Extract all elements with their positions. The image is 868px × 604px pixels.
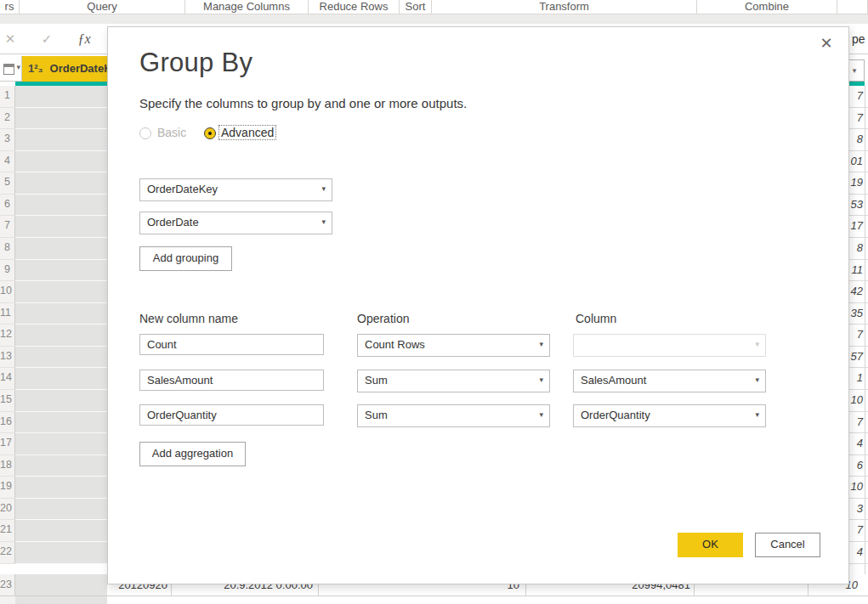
agg-operation-dropdown-3[interactable]: Sum ▾ [357, 404, 550, 427]
right-column-cell[interactable]: 10 [849, 477, 868, 499]
formula-check-icon[interactable]: ✓ [38, 24, 55, 54]
agg-name-input-1[interactable]: Count [139, 334, 324, 355]
ok-button[interactable]: OK [678, 533, 743, 557]
grid-cell[interactable] [15, 368, 107, 390]
add-grouping-button[interactable]: Add grouping [139, 246, 232, 271]
grid-cell[interactable] [15, 195, 107, 217]
grid-cell[interactable] [15, 499, 107, 521]
row-number-cell[interactable]: 1 [0, 86, 15, 108]
row-number-cell[interactable]: 21 [0, 520, 15, 542]
grid-cell[interactable] [15, 172, 107, 195]
row-number-cell[interactable]: 4 [0, 151, 15, 173]
row-number-cell[interactable]: 23 [0, 574, 15, 596]
grid-cell[interactable] [15, 433, 107, 455]
agg-operation-dropdown-1[interactable]: Count Rows ▾ [357, 334, 550, 357]
grid-cell[interactable] [15, 477, 107, 499]
row-number-cell[interactable]: 18 [0, 455, 15, 477]
row-number-cell[interactable]: 11 [0, 303, 15, 325]
column-header-orderdatekey[interactable]: 1²₃OrderDateKey [22, 56, 107, 82]
right-column-cell[interactable]: 8 [849, 129, 868, 151]
row-number-cell[interactable]: 20 [0, 499, 15, 521]
grid-cell[interactable] [15, 455, 107, 477]
right-column-cell[interactable]: 6 [849, 455, 868, 477]
right-column-cell[interactable]: 4 [849, 542, 868, 564]
row-number-cell[interactable]: 8 [0, 238, 15, 260]
right-column-cell[interactable]: 8 [849, 238, 868, 260]
right-column-cell[interactable]: 7 [849, 86, 868, 108]
chevron-down-icon: ▾ [539, 405, 543, 425]
grid-cell[interactable] [15, 260, 107, 282]
basic-radio[interactable] [139, 127, 151, 139]
right-column-cell[interactable]: 1 [849, 368, 868, 390]
add-aggregation-button[interactable]: Add aggregation [139, 442, 246, 466]
advanced-radio[interactable] [204, 127, 216, 139]
agg-name-input-2[interactable]: SalesAmount [139, 370, 324, 391]
formula-text-fragment[interactable]: pe [852, 24, 865, 54]
row-number-cell[interactable]: 14 [0, 368, 15, 390]
right-column-cell[interactable]: 7 [849, 520, 868, 542]
right-column-cell[interactable]: 3 [849, 499, 868, 521]
grid-cell[interactable] [15, 108, 107, 130]
grid-cell[interactable] [15, 412, 107, 434]
grouping-column-dropdown-1[interactable]: OrderDateKey ▾ [139, 178, 332, 201]
right-column-cell[interactable]: 10 [849, 390, 868, 412]
grid-cell[interactable] [15, 151, 107, 173]
agg-name-input-3[interactable]: OrderQuantity [139, 404, 324, 426]
row-number-cell[interactable]: 19 [0, 477, 15, 499]
select-all-corner-cell[interactable]: ▾ [0, 56, 22, 82]
grid-cell[interactable] [15, 281, 107, 303]
header-operation: Operation [357, 312, 409, 325]
right-column-cell[interactable]: 7 [849, 412, 868, 434]
grid-cell[interactable] [15, 216, 107, 238]
grid-cell[interactable] [15, 86, 107, 108]
table-icon [3, 64, 14, 75]
right-column-cell[interactable]: 57 [849, 347, 868, 369]
right-column-cell[interactable]: 01 [849, 151, 868, 173]
grid-cell[interactable] [15, 542, 107, 564]
dropdown-value: Sum [365, 374, 388, 387]
cancel-button[interactable]: Cancel [755, 533, 820, 557]
row-number-cell[interactable]: 5 [0, 172, 15, 195]
grid-cell[interactable] [15, 303, 107, 325]
right-column-cell[interactable]: 7 [849, 325, 868, 347]
basic-radio-label[interactable]: Basic [157, 126, 186, 139]
row-number-cell[interactable]: 9 [0, 260, 15, 282]
grid-cell[interactable] [15, 596, 107, 604]
row-number-cell[interactable]: 10 [0, 281, 15, 303]
row-number-cell[interactable] [0, 596, 16, 604]
right-column-cell[interactable]: 35 [849, 303, 868, 325]
agg-column-dropdown-3[interactable]: OrderQuantity ▾ [573, 404, 766, 427]
right-column-cell[interactable]: 4 [849, 433, 868, 455]
advanced-radio-label[interactable]: Advanced [219, 126, 275, 139]
right-column-cell[interactable]: 7 [849, 108, 868, 130]
table-row[interactable] [0, 596, 868, 604]
grid-cell[interactable] [15, 325, 107, 347]
grouping-column-dropdown-2[interactable]: OrderDate ▾ [139, 212, 332, 234]
right-column-cell[interactable]: 42 [849, 281, 868, 303]
right-column-cell[interactable]: 53 [849, 195, 868, 217]
row-number-cell[interactable]: 7 [0, 216, 15, 238]
grid-cell[interactable] [15, 129, 107, 151]
grid-cell[interactable] [15, 390, 107, 412]
header-new-column-name: New column name [139, 312, 238, 325]
row-number-cell[interactable]: 12 [0, 325, 15, 347]
agg-operation-dropdown-2[interactable]: Sum ▾ [357, 370, 550, 392]
row-number-cell[interactable]: 3 [0, 129, 15, 151]
formula-cancel-icon[interactable]: ✕ [2, 24, 19, 54]
right-column-cell[interactable]: 11 [849, 260, 868, 282]
right-column-cell[interactable]: 19 [849, 172, 868, 195]
grid-cell[interactable] [15, 347, 107, 369]
close-icon[interactable]: ✕ [817, 34, 836, 53]
grid-cell[interactable] [15, 520, 107, 542]
row-number-cell[interactable]: 2 [0, 108, 15, 130]
row-number-cell[interactable]: 17 [0, 433, 15, 455]
row-number-cell[interactable]: 22 [0, 542, 15, 564]
agg-column-dropdown-2[interactable]: SalesAmount ▾ [573, 370, 766, 392]
row-number-cell[interactable]: 13 [0, 347, 15, 369]
row-number-cell[interactable]: 15 [0, 390, 15, 412]
dropdown-value: OrderDateKey [147, 183, 218, 195]
row-number-cell[interactable]: 16 [0, 412, 15, 434]
right-column-cell[interactable]: 17 [849, 216, 868, 238]
row-number-cell[interactable]: 6 [0, 195, 15, 217]
grid-cell[interactable] [15, 238, 107, 260]
